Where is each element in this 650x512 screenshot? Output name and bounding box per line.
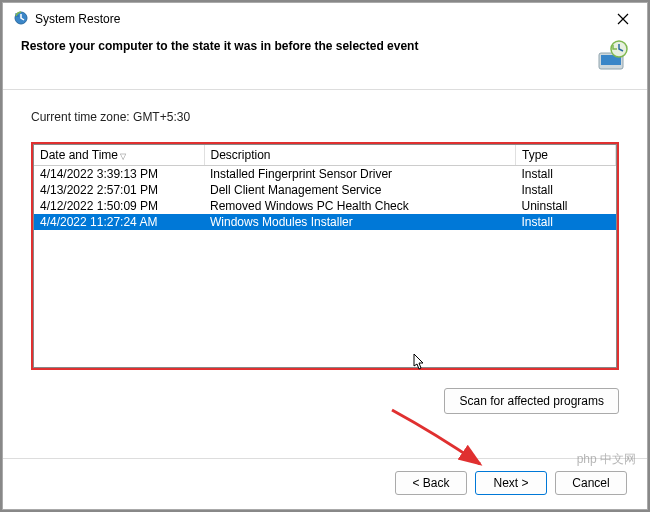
scan-affected-button[interactable]: Scan for affected programs (444, 388, 619, 414)
cell-type: Uninstall (516, 198, 616, 214)
wizard-footer: < Back Next > Cancel (3, 458, 647, 509)
table-row[interactable]: 4/4/2022 11:27:24 AM Windows Modules Ins… (34, 214, 616, 230)
column-description[interactable]: Description (204, 145, 516, 166)
cancel-button[interactable]: Cancel (555, 471, 627, 495)
column-type[interactable]: Type (516, 145, 616, 166)
restore-points-highlight: Date and Time▽ Description Type 4/14/202… (31, 142, 619, 370)
close-icon (617, 13, 629, 25)
restore-small-icon (13, 10, 29, 29)
table-row-empty (34, 342, 616, 358)
table-row[interactable]: 4/13/2022 2:57:01 PM Dell Client Managem… (34, 182, 616, 198)
header-section: Restore your computer to the state it wa… (3, 33, 647, 90)
scan-button-row: Scan for affected programs (31, 388, 619, 414)
restore-points-table[interactable]: Date and Time▽ Description Type 4/14/202… (34, 145, 616, 368)
table-row-empty (34, 326, 616, 342)
titlebar-left: System Restore (13, 10, 120, 29)
sort-indicator-icon: ▽ (120, 152, 126, 161)
close-button[interactable] (609, 9, 637, 29)
table-row-empty (34, 358, 616, 368)
table-row-empty (34, 310, 616, 326)
system-restore-window: System Restore Restore your computer to … (2, 2, 648, 510)
table-header-row: Date and Time▽ Description Type (34, 145, 616, 166)
cell-description: Dell Client Management Service (204, 182, 516, 198)
table-row-empty (34, 278, 616, 294)
restore-points-table-wrap: Date and Time▽ Description Type 4/14/202… (33, 144, 617, 368)
cell-datetime: 4/4/2022 11:27:24 AM (34, 214, 204, 230)
titlebar: System Restore (3, 3, 647, 33)
table-body: 4/14/2022 3:39:13 PM Installed Fingerpri… (34, 166, 616, 369)
cell-type: Install (516, 214, 616, 230)
table-row-empty (34, 262, 616, 278)
cell-type: Install (516, 182, 616, 198)
column-datetime[interactable]: Date and Time▽ (34, 145, 204, 166)
header-text: Restore your computer to the state it wa… (21, 39, 418, 53)
cell-datetime: 4/14/2022 3:39:13 PM (34, 166, 204, 183)
table-row-empty (34, 246, 616, 262)
cell-description: Windows Modules Installer (204, 214, 516, 230)
table-row-empty (34, 294, 616, 310)
table-row-empty (34, 230, 616, 246)
back-button[interactable]: < Back (395, 471, 467, 495)
cell-datetime: 4/12/2022 1:50:09 PM (34, 198, 204, 214)
restore-large-icon (593, 39, 629, 75)
timezone-label: Current time zone: GMT+5:30 (31, 110, 619, 124)
cell-datetime: 4/13/2022 2:57:01 PM (34, 182, 204, 198)
cell-description: Removed Windows PC Health Check (204, 198, 516, 214)
table-row[interactable]: 4/12/2022 1:50:09 PM Removed Windows PC … (34, 198, 616, 214)
next-button[interactable]: Next > (475, 471, 547, 495)
window-title: System Restore (35, 12, 120, 26)
cell-type: Install (516, 166, 616, 183)
watermark-text: php 中文网 (577, 451, 636, 468)
table-row[interactable]: 4/14/2022 3:39:13 PM Installed Fingerpri… (34, 166, 616, 183)
content-area: Current time zone: GMT+5:30 Date and Tim… (3, 90, 647, 458)
cell-description: Installed Fingerprint Sensor Driver (204, 166, 516, 183)
